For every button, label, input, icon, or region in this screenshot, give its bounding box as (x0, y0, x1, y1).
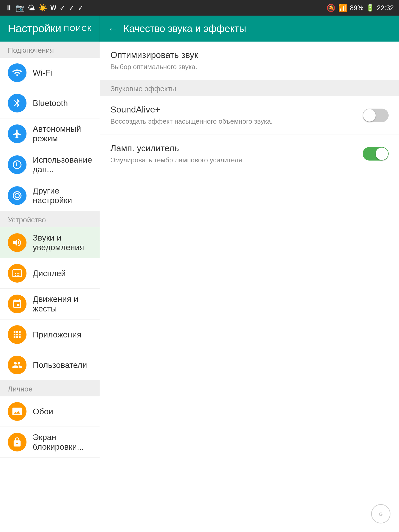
display-label: Дисплей (33, 269, 66, 278)
optimize-title: Оптимизировать звук (110, 50, 389, 60)
status-bar: ⏸ 📷 🌤 ☀️ W ✓ ✓ ✓ 🔕 📶 89% 🔋 22:32 (0, 0, 399, 16)
motion-icon (12, 299, 22, 309)
motions-label: Движения и жесты (33, 294, 92, 314)
sidebar-item-display[interactable]: Дисплей (0, 258, 100, 289)
task2-icon: ✓ (69, 4, 75, 12)
tubeamp-subtitle: Эмулировать тембр лампового усилителя. (110, 155, 357, 165)
sidebar-item-more[interactable]: Другие настройки (0, 180, 100, 211)
right-content: Оптимизировать звук Выбор оптимального з… (100, 42, 399, 173)
back-button[interactable]: ← (108, 23, 118, 35)
lock-icon (12, 437, 22, 447)
weather-icon: 🌤 (28, 4, 35, 12)
wallpaper-label: Обои (33, 407, 53, 416)
users-icon (12, 360, 22, 370)
wifi-status-icon: 📶 (338, 4, 347, 12)
sound-effects-section-header: Звуковые эффекты (100, 80, 399, 96)
more-label: Другие настройки (33, 186, 92, 205)
right-panel-title: Качество звука и эффекты (123, 23, 246, 34)
task3-icon: ✓ (78, 4, 84, 12)
pause-icon: ⏸ (5, 4, 12, 12)
display-icon-container (8, 264, 26, 283)
users-label: Пользователи (33, 360, 87, 370)
left-header: Настройки ПОИСК (0, 16, 100, 42)
wifi-icon-container (8, 63, 26, 82)
optimize-text: Оптимизировать звук Выбор оптимального з… (110, 50, 389, 71)
mute-icon: 🔕 (327, 4, 336, 12)
airplane-icon-container (8, 124, 26, 143)
datausage-label: Использование дан... (33, 155, 92, 174)
datausage-icon-container (8, 155, 26, 174)
left-panel: Настройки ПОИСК Подключения Wi-Fi Blueto… (0, 16, 100, 532)
sun-icon: ☀️ (38, 4, 47, 12)
section-personal: Личное (0, 380, 100, 396)
sidebar-item-motions[interactable]: Движения и жесты (0, 289, 100, 320)
settings-item-tubeamp[interactable]: Ламп. усилитель Эмулировать тембр лампов… (100, 135, 399, 173)
bluetooth-icon (12, 98, 22, 108)
status-bar-left: ⏸ 📷 🌤 ☀️ W ✓ ✓ ✓ (5, 4, 84, 12)
soundalive-toggle-thumb (363, 109, 376, 122)
soundalive-title: SoundAlive+ (110, 104, 357, 115)
soundalive-text: SoundAlive+ Воссоздать эффект насыщенног… (110, 104, 357, 126)
camera-icon: 📷 (16, 4, 25, 12)
airplane-label: Автономный режим (33, 124, 92, 143)
right-header: ← Качество звука и эффекты (100, 16, 399, 42)
main-container: Настройки ПОИСК Подключения Wi-Fi Blueto… (0, 16, 399, 532)
sidebar-item-airplane[interactable]: Автономный режим (0, 118, 100, 149)
section-device: Устройство (0, 211, 100, 227)
svg-text:G: G (379, 511, 383, 517)
wallpaper-icon (12, 406, 22, 417)
sidebar-item-datausage[interactable]: Использование дан... (0, 149, 100, 180)
section-connections: Подключения (0, 42, 100, 58)
watermark-icon: G (370, 503, 391, 524)
motion-icon-container (8, 295, 26, 313)
battery-icon: 🔋 (366, 4, 374, 12)
tubeamp-toggle[interactable] (363, 147, 389, 161)
more-settings-icon (12, 190, 22, 201)
wifi-icon (12, 68, 22, 78)
display-icon (12, 268, 22, 278)
airplane-icon (12, 129, 22, 139)
sidebar-item-sounds[interactable]: Звуки и уведомления (0, 227, 100, 258)
soundalive-toggle[interactable] (363, 109, 389, 122)
sidebar-item-lockscreen[interactable]: Экран блокировки... (0, 427, 100, 458)
lock-icon-container (8, 433, 26, 451)
word-icon: W (50, 4, 56, 11)
wifi-label: Wi-Fi (33, 68, 52, 78)
tubeamp-toggle-thumb (376, 148, 388, 160)
sidebar-item-apps[interactable]: Приложения (0, 320, 100, 350)
task-icon: ✓ (59, 4, 65, 12)
watermark: G (370, 503, 391, 524)
wallpaper-icon-container (8, 402, 26, 421)
bluetooth-icon-container (8, 94, 26, 112)
more-icon-container (8, 186, 26, 205)
sidebar-item-users[interactable]: Пользователи (0, 350, 100, 380)
users-icon-container (8, 356, 26, 374)
bluetooth-label: Bluetooth (33, 98, 68, 108)
apps-icon (12, 329, 22, 340)
sounds-icon-container (8, 233, 26, 252)
time-label: 22:32 (377, 4, 394, 12)
tubeamp-text: Ламп. усилитель Эмулировать тембр лампов… (110, 143, 357, 165)
sounds-label: Звуки и уведомления (33, 233, 92, 252)
sounds-icon (12, 237, 22, 248)
settings-title: Настройки (8, 22, 61, 35)
lockscreen-label: Экран блокировки... (33, 433, 92, 452)
search-button[interactable]: ПОИСК (64, 24, 92, 33)
settings-item-optimize[interactable]: Оптимизировать звук Выбор оптимального з… (100, 42, 399, 80)
sidebar-item-bluetooth[interactable]: Bluetooth (0, 88, 100, 118)
status-bar-right: 🔕 📶 89% 🔋 22:32 (327, 4, 394, 12)
apps-icon-container (8, 325, 26, 344)
sidebar-item-wifi[interactable]: Wi-Fi (0, 58, 100, 88)
sidebar-item-wallpaper[interactable]: Обои (0, 396, 100, 427)
apps-label: Приложения (33, 330, 81, 340)
battery-label: 89% (350, 4, 363, 12)
right-panel: ← Качество звука и эффекты Оптимизироват… (100, 16, 399, 532)
datausage-icon (12, 159, 22, 170)
tubeamp-title: Ламп. усилитель (110, 143, 357, 153)
soundalive-subtitle: Воссоздать эффект насыщенного объемного … (110, 117, 357, 126)
settings-item-soundalive[interactable]: SoundAlive+ Воссоздать эффект насыщенног… (100, 96, 399, 135)
optimize-subtitle: Выбор оптимального звука. (110, 62, 389, 71)
